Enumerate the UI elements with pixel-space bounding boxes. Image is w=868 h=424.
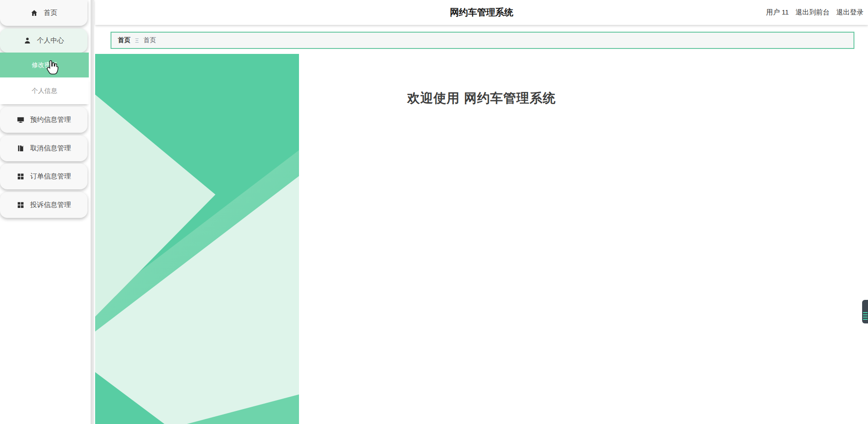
sidebar-item-label: 首页: [44, 9, 58, 17]
app-window: 首页 个人中心 修改密码 个人信息 预约信息管理 取消信: [0, 0, 868, 424]
exit-to-front-link[interactable]: 退出到前台: [796, 8, 829, 17]
sidebar-item-label: 预约信息管理: [30, 116, 71, 124]
sidebar-divider: [91, 0, 94, 424]
header-user-area: 用户 11 退出到前台 退出登录: [766, 0, 863, 25]
sidebar-item-label: 个人中心: [37, 36, 64, 45]
sidebar-item-reservation-management[interactable]: 预约信息管理: [0, 107, 87, 133]
edge-widget-tab[interactable]: [862, 300, 868, 323]
monitor-icon: [17, 116, 24, 124]
breadcrumb-current[interactable]: 首页: [143, 36, 156, 44]
breadcrumb: 首页 Ξ 首页: [111, 32, 854, 49]
welcome-heading: 欢迎使用 网约车管理系统: [95, 90, 868, 107]
user-icon: [24, 37, 31, 44]
sidebar-item-label: 投诉信息管理: [30, 201, 71, 209]
sidebar-subitem-change-password[interactable]: 修改密码: [0, 53, 89, 77]
hero-geometric-image: [95, 54, 299, 424]
sidebar-item-complaint-management[interactable]: 投诉信息管理: [0, 192, 87, 218]
app-title: 网约车管理系统: [95, 0, 868, 25]
sidebar-item-profile-center[interactable]: 个人中心: [0, 29, 87, 53]
logout-link[interactable]: 退出登录: [836, 8, 863, 17]
top-header: 网约车管理系统 用户 11 退出到前台 退出登录: [95, 0, 868, 25]
sidebar-subitem-personal-info[interactable]: 个人信息: [0, 77, 89, 104]
sidebar-item-order-management[interactable]: 订单信息管理: [0, 164, 87, 189]
sidebar: 首页 个人中心 修改密码 个人信息 预约信息管理 取消信: [0, 0, 91, 424]
sidebar-item-label: 订单信息管理: [30, 172, 71, 181]
breadcrumb-home-link[interactable]: 首页: [118, 36, 130, 44]
home-icon: [30, 9, 38, 17]
sidebar-item-cancellation-management[interactable]: 取消信息管理: [0, 135, 87, 161]
edge-widget-stripes-icon: [863, 312, 868, 320]
sidebar-subitem-label: 修改密码: [32, 61, 57, 69]
sidebar-item-home[interactable]: 首页: [0, 0, 87, 26]
grid-icon: [17, 173, 24, 180]
sidebar-item-label: 取消信息管理: [30, 144, 71, 153]
sidebar-subitem-label: 个人信息: [32, 87, 57, 95]
user-label: 用户 11: [766, 8, 789, 17]
book-icon: [17, 145, 24, 152]
breadcrumb-separator-icon: Ξ: [135, 37, 139, 44]
grid-icon: [17, 201, 24, 209]
